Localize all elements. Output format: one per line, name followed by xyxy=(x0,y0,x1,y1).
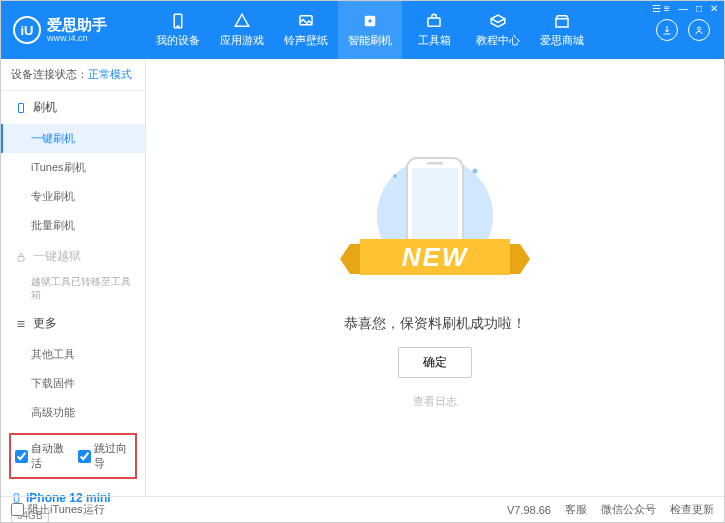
nav-label: 我的设备 xyxy=(156,33,200,48)
block-itunes-checkbox[interactable]: 阻止iTunes运行 xyxy=(11,502,105,517)
body: 设备连接状态：正常模式 刷机 一键刷机 iTunes刷机 专业刷机 批量刷机 一… xyxy=(1,59,724,496)
nav-label: 工具箱 xyxy=(418,33,451,48)
footer-right: V7.98.66 客服 微信公众号 检查更新 xyxy=(507,502,714,517)
svg-rect-5 xyxy=(556,19,568,27)
sidebar-item-oneclick-flash[interactable]: 一键刷机 xyxy=(1,124,145,153)
lock-icon xyxy=(15,251,27,263)
nav-label: 智能刷机 xyxy=(348,33,392,48)
main-content: NEW 恭喜您，保资料刷机成功啦！ 确定 查看日志 xyxy=(146,59,724,496)
app-name: 爱思助手 xyxy=(47,17,107,34)
checkbox-input[interactable] xyxy=(11,503,24,516)
navbar: 我的设备 应用游戏 铃声壁纸 智能刷机 工具箱 教程中心 xyxy=(146,1,642,59)
ribbon-text: NEW xyxy=(402,242,469,272)
nav-label: 教程中心 xyxy=(476,33,520,48)
svg-point-19 xyxy=(473,169,478,174)
wechat-link[interactable]: 微信公众号 xyxy=(601,502,656,517)
titlebar-right xyxy=(642,19,724,41)
logo-icon: iU xyxy=(13,16,41,44)
nav-store[interactable]: 爱思商城 xyxy=(530,1,594,59)
nav-tutorials[interactable]: 教程中心 xyxy=(466,1,530,59)
nav-ringtone-wallpaper[interactable]: 铃声壁纸 xyxy=(274,1,338,59)
svg-rect-17 xyxy=(427,162,443,165)
nav-my-device[interactable]: 我的设备 xyxy=(146,1,210,59)
service-link[interactable]: 客服 xyxy=(565,502,587,517)
options-box: 自动激活 跳过向导 xyxy=(9,433,137,479)
nav-label: 铃声壁纸 xyxy=(284,33,328,48)
titlebar: ☰ ≡ — □ ✕ iU 爱思助手 www.i4.cn 我的设备 应用游戏 铃声 xyxy=(1,1,724,59)
sidebar-section-flash[interactable]: 刷机 xyxy=(1,91,145,124)
sidebar-item-pro-flash[interactable]: 专业刷机 xyxy=(1,182,145,211)
section-title: 刷机 xyxy=(33,99,57,116)
version-label: V7.98.66 xyxy=(507,504,551,516)
apps-icon xyxy=(233,12,251,30)
sidebar-item-itunes-flash[interactable]: iTunes刷机 xyxy=(1,153,145,182)
list-icon xyxy=(15,318,27,330)
nav-label: 爱思商城 xyxy=(540,33,584,48)
checkbox-label: 跳过向导 xyxy=(94,441,131,471)
success-illustration: NEW xyxy=(335,146,535,301)
sidebar-item-advanced[interactable]: 高级功能 xyxy=(1,398,145,427)
minimize-icon[interactable]: — xyxy=(678,3,688,14)
sidebar-section-jailbreak: 一键越狱 xyxy=(1,240,145,273)
toolbox-icon xyxy=(425,12,443,30)
status-value: 正常模式 xyxy=(88,68,132,80)
checkbox-label: 自动激活 xyxy=(31,441,68,471)
sidebar-section-more[interactable]: 更多 xyxy=(1,307,145,340)
svg-point-18 xyxy=(393,174,397,178)
app-url: www.i4.cn xyxy=(47,33,107,43)
checkbox-auto-activate[interactable]: 自动激活 xyxy=(15,441,68,471)
checkbox-input[interactable] xyxy=(15,450,28,463)
menu-icon[interactable]: ☰ ≡ xyxy=(652,3,670,14)
sidebar-item-batch-flash[interactable]: 批量刷机 xyxy=(1,211,145,240)
section-title: 更多 xyxy=(33,315,57,332)
sidebar-item-other-tools[interactable]: 其他工具 xyxy=(1,340,145,369)
checkbox-input[interactable] xyxy=(78,450,91,463)
svg-rect-7 xyxy=(19,103,24,112)
user-icon[interactable] xyxy=(688,19,710,41)
nav-smart-flash[interactable]: 智能刷机 xyxy=(338,1,402,59)
connection-status: 设备连接状态：正常模式 xyxy=(1,59,145,91)
status-label: 设备连接状态： xyxy=(11,68,88,80)
checkbox-label: 阻止iTunes运行 xyxy=(28,502,105,517)
flash-icon xyxy=(361,12,379,30)
success-message: 恭喜您，保资料刷机成功啦！ xyxy=(344,315,526,333)
new-ribbon: NEW xyxy=(340,234,530,284)
tutorial-icon xyxy=(489,12,507,30)
window-controls: ☰ ≡ — □ ✕ xyxy=(652,3,718,14)
store-icon xyxy=(553,12,571,30)
wallpaper-icon xyxy=(297,12,315,30)
close-icon[interactable]: ✕ xyxy=(710,3,718,14)
nav-apps-games[interactable]: 应用游戏 xyxy=(210,1,274,59)
logo: iU 爱思助手 www.i4.cn xyxy=(1,16,146,44)
sidebar: 设备连接状态：正常模式 刷机 一键刷机 iTunes刷机 专业刷机 批量刷机 一… xyxy=(1,59,146,496)
svg-rect-8 xyxy=(18,256,24,261)
maximize-icon[interactable]: □ xyxy=(696,3,702,14)
device-icon xyxy=(169,12,187,30)
section-title: 一键越狱 xyxy=(33,248,81,265)
phone-icon xyxy=(15,102,27,114)
checkbox-skip-guide[interactable]: 跳过向导 xyxy=(78,441,131,471)
svg-rect-4 xyxy=(428,18,440,26)
sidebar-item-download-firmware[interactable]: 下载固件 xyxy=(1,369,145,398)
check-update-link[interactable]: 检查更新 xyxy=(670,502,714,517)
download-icon[interactable] xyxy=(656,19,678,41)
ok-button[interactable]: 确定 xyxy=(398,347,472,378)
nav-toolbox[interactable]: 工具箱 xyxy=(402,1,466,59)
app-window: ☰ ≡ — □ ✕ iU 爱思助手 www.i4.cn 我的设备 应用游戏 铃声 xyxy=(0,0,725,523)
jailbreak-note: 越狱工具已转移至工具箱 xyxy=(1,273,145,307)
footer: 阻止iTunes运行 V7.98.66 客服 微信公众号 检查更新 xyxy=(1,496,724,522)
view-log-link[interactable]: 查看日志 xyxy=(413,394,457,409)
svg-point-6 xyxy=(698,27,701,30)
nav-label: 应用游戏 xyxy=(220,33,264,48)
